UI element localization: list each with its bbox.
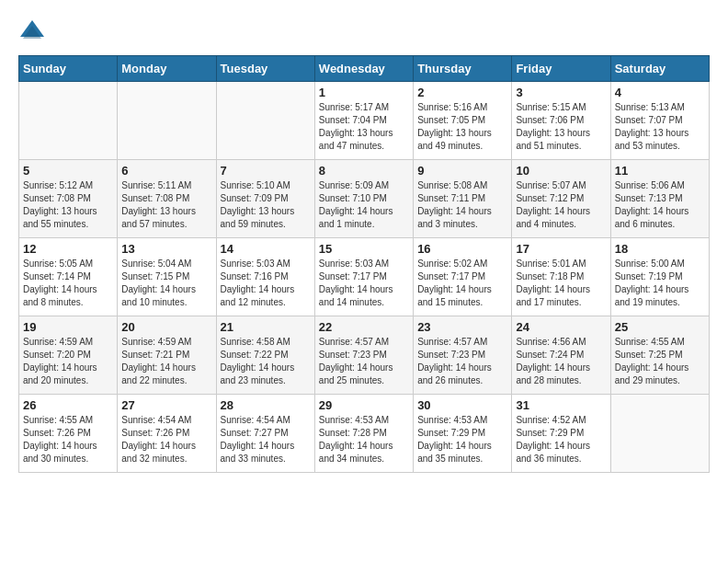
calendar-day-cell: 14Sunrise: 5:03 AM Sunset: 7:16 PM Dayli… — [216, 238, 314, 316]
calendar-day-cell: 22Sunrise: 4:57 AM Sunset: 7:23 PM Dayli… — [314, 316, 413, 395]
day-info: Sunrise: 5:08 AM Sunset: 7:11 PM Dayligh… — [417, 179, 507, 231]
day-info: Sunrise: 4:54 AM Sunset: 7:27 PM Dayligh… — [221, 414, 311, 465]
day-info: Sunrise: 4:56 AM Sunset: 7:24 PM Dayligh… — [516, 336, 606, 387]
day-number: 29 — [319, 398, 409, 412]
calendar-day-cell: 24Sunrise: 4:56 AM Sunset: 7:24 PM Dayli… — [512, 316, 610, 395]
day-number: 18 — [615, 242, 705, 256]
calendar-day-cell: 7Sunrise: 5:10 AM Sunset: 7:09 PM Daylig… — [216, 160, 314, 238]
calendar-day-cell: 10Sunrise: 5:07 AM Sunset: 7:12 PM Dayli… — [512, 160, 610, 238]
day-info: Sunrise: 4:53 AM Sunset: 7:29 PM Dayligh… — [417, 414, 507, 465]
day-info: Sunrise: 5:15 AM Sunset: 7:06 PM Dayligh… — [516, 101, 606, 153]
day-number: 15 — [319, 242, 409, 256]
calendar-day-cell — [610, 395, 709, 473]
calendar-day-cell: 25Sunrise: 4:55 AM Sunset: 7:25 PM Dayli… — [610, 316, 709, 395]
calendar-week-row: 1Sunrise: 5:17 AM Sunset: 7:04 PM Daylig… — [19, 82, 710, 160]
calendar-day-cell: 12Sunrise: 5:05 AM Sunset: 7:14 PM Dayli… — [19, 238, 118, 316]
calendar-day-cell: 11Sunrise: 5:06 AM Sunset: 7:13 PM Dayli… — [610, 160, 709, 238]
calendar-day-cell: 27Sunrise: 4:54 AM Sunset: 7:26 PM Dayli… — [118, 395, 216, 473]
day-number: 31 — [516, 398, 606, 412]
day-info: Sunrise: 5:03 AM Sunset: 7:17 PM Dayligh… — [319, 258, 409, 309]
day-info: Sunrise: 4:54 AM Sunset: 7:26 PM Dayligh… — [121, 414, 211, 465]
calendar-day-cell: 4Sunrise: 5:13 AM Sunset: 7:07 PM Daylig… — [610, 82, 709, 160]
weekday-header-cell: Sunday — [19, 56, 118, 82]
day-number: 22 — [319, 320, 409, 334]
calendar-day-cell: 18Sunrise: 5:00 AM Sunset: 7:19 PM Dayli… — [610, 238, 709, 316]
day-info: Sunrise: 4:55 AM Sunset: 7:25 PM Dayligh… — [615, 336, 705, 387]
day-number: 10 — [516, 164, 606, 178]
day-number: 19 — [23, 320, 113, 334]
day-number: 14 — [221, 242, 311, 256]
day-number: 26 — [23, 398, 113, 412]
calendar-day-cell: 15Sunrise: 5:03 AM Sunset: 7:17 PM Dayli… — [314, 238, 413, 316]
day-number: 3 — [516, 86, 606, 99]
logo — [18, 18, 50, 46]
weekday-header-cell: Wednesday — [314, 56, 413, 82]
day-number: 24 — [516, 320, 606, 334]
day-number: 9 — [417, 164, 507, 178]
day-number: 13 — [121, 242, 211, 256]
day-number: 16 — [417, 242, 507, 256]
day-number: 6 — [121, 164, 211, 178]
calendar-day-cell: 1Sunrise: 5:17 AM Sunset: 7:04 PM Daylig… — [314, 82, 413, 160]
weekday-header-cell: Saturday — [610, 56, 709, 82]
day-info: Sunrise: 4:59 AM Sunset: 7:21 PM Dayligh… — [121, 336, 211, 387]
day-info: Sunrise: 5:06 AM Sunset: 7:13 PM Dayligh… — [615, 179, 705, 231]
day-info: Sunrise: 5:11 AM Sunset: 7:08 PM Dayligh… — [121, 179, 211, 231]
day-number: 25 — [615, 320, 705, 334]
logo-icon — [18, 18, 46, 46]
calendar-day-cell: 30Sunrise: 4:53 AM Sunset: 7:29 PM Dayli… — [414, 395, 512, 473]
day-number: 7 — [221, 164, 311, 178]
day-number: 12 — [23, 242, 113, 256]
day-number: 30 — [417, 398, 507, 412]
page-header — [18, 18, 710, 46]
day-info: Sunrise: 4:52 AM Sunset: 7:29 PM Dayligh… — [516, 414, 606, 465]
calendar-week-row: 5Sunrise: 5:12 AM Sunset: 7:08 PM Daylig… — [19, 160, 710, 238]
day-info: Sunrise: 5:16 AM Sunset: 7:05 PM Dayligh… — [417, 101, 507, 153]
day-info: Sunrise: 5:12 AM Sunset: 7:08 PM Dayligh… — [23, 179, 113, 231]
day-info: Sunrise: 4:57 AM Sunset: 7:23 PM Dayligh… — [417, 336, 507, 387]
calendar-day-cell: 20Sunrise: 4:59 AM Sunset: 7:21 PM Dayli… — [118, 316, 216, 395]
calendar-day-cell: 2Sunrise: 5:16 AM Sunset: 7:05 PM Daylig… — [414, 82, 512, 160]
calendar-day-cell: 3Sunrise: 5:15 AM Sunset: 7:06 PM Daylig… — [512, 82, 610, 160]
day-number: 27 — [121, 398, 211, 412]
calendar-day-cell: 19Sunrise: 4:59 AM Sunset: 7:20 PM Dayli… — [19, 316, 118, 395]
day-info: Sunrise: 4:59 AM Sunset: 7:20 PM Dayligh… — [23, 336, 113, 387]
day-info: Sunrise: 4:57 AM Sunset: 7:23 PM Dayligh… — [319, 336, 409, 387]
calendar-day-cell: 21Sunrise: 4:58 AM Sunset: 7:22 PM Dayli… — [216, 316, 314, 395]
day-number: 17 — [516, 242, 606, 256]
day-number: 5 — [23, 164, 113, 178]
calendar-day-cell: 17Sunrise: 5:01 AM Sunset: 7:18 PM Dayli… — [512, 238, 610, 316]
calendar-day-cell — [19, 82, 118, 160]
day-number: 8 — [319, 164, 409, 178]
calendar-day-cell: 9Sunrise: 5:08 AM Sunset: 7:11 PM Daylig… — [414, 160, 512, 238]
weekday-header-cell: Tuesday — [216, 56, 314, 82]
day-info: Sunrise: 5:05 AM Sunset: 7:14 PM Dayligh… — [23, 258, 113, 309]
day-info: Sunrise: 5:10 AM Sunset: 7:09 PM Dayligh… — [221, 179, 311, 231]
day-info: Sunrise: 5:13 AM Sunset: 7:07 PM Dayligh… — [615, 101, 705, 153]
calendar-day-cell: 13Sunrise: 5:04 AM Sunset: 7:15 PM Dayli… — [118, 238, 216, 316]
calendar-day-cell: 5Sunrise: 5:12 AM Sunset: 7:08 PM Daylig… — [19, 160, 118, 238]
day-info: Sunrise: 5:01 AM Sunset: 7:18 PM Dayligh… — [516, 258, 606, 309]
calendar-day-cell: 23Sunrise: 4:57 AM Sunset: 7:23 PM Dayli… — [414, 316, 512, 395]
calendar-week-row: 19Sunrise: 4:59 AM Sunset: 7:20 PM Dayli… — [19, 316, 710, 395]
day-info: Sunrise: 5:02 AM Sunset: 7:17 PM Dayligh… — [417, 258, 507, 309]
calendar-day-cell: 26Sunrise: 4:55 AM Sunset: 7:26 PM Dayli… — [19, 395, 118, 473]
day-info: Sunrise: 5:17 AM Sunset: 7:04 PM Dayligh… — [319, 101, 409, 153]
day-number: 21 — [221, 320, 311, 334]
calendar-day-cell: 8Sunrise: 5:09 AM Sunset: 7:10 PM Daylig… — [314, 160, 413, 238]
calendar-day-cell: 31Sunrise: 4:52 AM Sunset: 7:29 PM Dayli… — [512, 395, 610, 473]
calendar-table: SundayMondayTuesdayWednesdayThursdayFrid… — [18, 55, 710, 473]
day-number: 11 — [615, 164, 705, 178]
weekday-header-row: SundayMondayTuesdayWednesdayThursdayFrid… — [19, 56, 710, 82]
day-info: Sunrise: 4:55 AM Sunset: 7:26 PM Dayligh… — [23, 414, 113, 465]
day-info: Sunrise: 5:00 AM Sunset: 7:19 PM Dayligh… — [615, 258, 705, 309]
calendar-day-cell — [118, 82, 216, 160]
day-info: Sunrise: 5:04 AM Sunset: 7:15 PM Dayligh… — [121, 258, 211, 309]
weekday-header-cell: Friday — [512, 56, 610, 82]
day-number: 2 — [417, 86, 507, 99]
day-number: 23 — [417, 320, 507, 334]
calendar-day-cell: 16Sunrise: 5:02 AM Sunset: 7:17 PM Dayli… — [414, 238, 512, 316]
day-info: Sunrise: 4:53 AM Sunset: 7:28 PM Dayligh… — [319, 414, 409, 465]
day-info: Sunrise: 4:58 AM Sunset: 7:22 PM Dayligh… — [221, 336, 311, 387]
day-number: 28 — [221, 398, 311, 412]
